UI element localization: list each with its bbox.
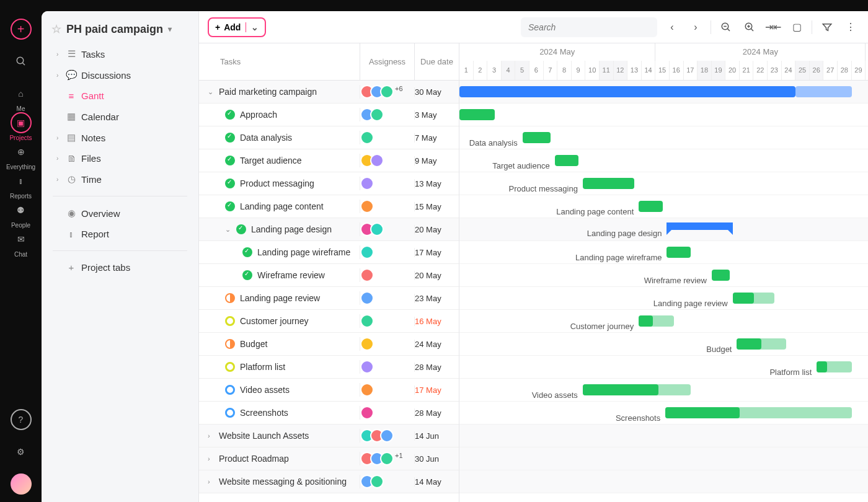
day-cell[interactable]: 18 bbox=[698, 61, 712, 80]
gantt-bar[interactable] bbox=[459, 109, 495, 120]
gantt-bar[interactable]: Data analysis bbox=[523, 132, 551, 143]
day-cell[interactable]: 16 bbox=[670, 61, 684, 80]
status-icon[interactable] bbox=[225, 133, 235, 143]
sidebar-project-tabs[interactable]: +Project tabs bbox=[42, 257, 198, 278]
rail-search[interactable] bbox=[11, 51, 32, 72]
day-cell[interactable]: 23 bbox=[768, 61, 782, 80]
sidebar-discussions[interactable]: ›💬Discussions bbox=[42, 64, 198, 86]
chevron-down-icon[interactable]: ▾ bbox=[168, 25, 172, 33]
user-avatar[interactable] bbox=[11, 473, 32, 495]
status-icon[interactable] bbox=[225, 316, 235, 326]
avatar[interactable] bbox=[380, 429, 394, 443]
avatar[interactable] bbox=[370, 475, 384, 488]
avatar[interactable] bbox=[360, 406, 374, 420]
sidebar-time[interactable]: ›◷Time bbox=[42, 169, 198, 190]
task-row[interactable]: ›Website Launch Assets 14 Jun bbox=[199, 425, 459, 447]
task-row[interactable]: Target audience 9 May bbox=[199, 149, 459, 172]
gantt-bar-progress[interactable] bbox=[583, 384, 658, 395]
sidebar-report[interactable]: ⫾Report bbox=[42, 224, 198, 244]
status-icon[interactable] bbox=[225, 408, 235, 418]
avatar[interactable] bbox=[360, 268, 374, 282]
sidebar-files[interactable]: ›🗎Files bbox=[42, 148, 198, 169]
task-row[interactable]: ⌄Paid marketing campaign +6 30 May bbox=[199, 81, 459, 103]
task-row[interactable]: Wireframe review 20 May bbox=[199, 264, 459, 287]
day-cell[interactable]: 19 bbox=[712, 61, 726, 80]
status-icon[interactable] bbox=[225, 201, 235, 211]
more-button[interactable]: ⋮ bbox=[842, 19, 859, 36]
gantt-bar[interactable]: Product messaging bbox=[583, 178, 635, 189]
zoom-in-button[interactable] bbox=[741, 19, 758, 36]
expand-icon[interactable]: › bbox=[208, 478, 214, 485]
rail-settings[interactable]: ⚙ bbox=[11, 441, 32, 462]
day-cell[interactable]: 4 bbox=[502, 61, 516, 80]
gantt-bar-progress[interactable] bbox=[737, 338, 761, 350]
gantt-bar[interactable]: Target audience bbox=[555, 155, 578, 166]
filter-button[interactable] bbox=[818, 19, 836, 36]
avatar[interactable] bbox=[360, 200, 374, 213]
day-cell[interactable]: 6 bbox=[529, 61, 544, 80]
rail-projects[interactable]: ▣Projects bbox=[6, 112, 35, 141]
sidebar-calendar[interactable]: ▦Calendar bbox=[42, 106, 198, 127]
task-row[interactable]: ⌄Landing page design 20 May bbox=[199, 218, 459, 241]
status-icon[interactable] bbox=[242, 270, 252, 280]
task-row[interactable]: ›Website messaging & positioning 14 May bbox=[199, 470, 459, 493]
status-icon[interactable] bbox=[242, 247, 252, 257]
task-row[interactable]: Budget 24 May bbox=[199, 333, 459, 356]
status-icon[interactable] bbox=[225, 362, 235, 372]
gantt-timeline[interactable]: 2024 May2024 May 12345678910111213141516… bbox=[459, 43, 868, 502]
zoom-out-button[interactable] bbox=[717, 19, 735, 36]
day-cell[interactable]: 26 bbox=[810, 61, 824, 80]
rail-everything[interactable]: ⊕Everything bbox=[6, 141, 35, 170]
day-cell[interactable]: 12 bbox=[614, 61, 628, 80]
collapse-button[interactable]: ⇥⇤ bbox=[764, 19, 782, 36]
chevron-down-icon[interactable]: ⌄ bbox=[246, 22, 259, 32]
task-row[interactable]: ›Product Roadmap +1 30 Jun bbox=[199, 447, 459, 470]
avatar-more[interactable]: +1 bbox=[395, 452, 403, 465]
status-icon[interactable] bbox=[225, 156, 235, 165]
day-cell[interactable]: 2 bbox=[474, 61, 488, 80]
avatar[interactable] bbox=[360, 131, 374, 144]
task-row[interactable]: Landing page content 15 May bbox=[199, 195, 459, 218]
avatar[interactable] bbox=[360, 337, 374, 351]
day-cell[interactable]: 27 bbox=[823, 61, 838, 80]
rail-add[interactable]: + bbox=[11, 19, 32, 40]
avatar[interactable] bbox=[360, 291, 374, 305]
avatar[interactable] bbox=[360, 360, 374, 374]
avatar[interactable] bbox=[360, 245, 374, 259]
day-cell[interactable]: 24 bbox=[782, 61, 796, 80]
today-button[interactable]: ▢ bbox=[788, 19, 805, 36]
day-cell[interactable]: 20 bbox=[725, 61, 740, 80]
status-icon[interactable] bbox=[236, 224, 246, 234]
gantt-bar-progress[interactable] bbox=[665, 407, 740, 418]
day-cell[interactable]: 15 bbox=[655, 61, 670, 80]
task-row[interactable]: Customer journey 16 May bbox=[199, 310, 459, 333]
avatar[interactable] bbox=[360, 314, 374, 328]
avatar-more[interactable]: +6 bbox=[395, 85, 403, 99]
next-button[interactable]: › bbox=[687, 19, 704, 36]
rail-me[interactable]: ⌂Me bbox=[6, 83, 35, 112]
gantt-bar-ext[interactable] bbox=[795, 86, 851, 97]
star-icon[interactable]: ☆ bbox=[51, 22, 61, 36]
avatar[interactable] bbox=[360, 383, 374, 397]
task-row[interactable]: Platform list 28 May bbox=[199, 356, 459, 379]
day-cell[interactable]: 9 bbox=[572, 61, 586, 80]
day-cell[interactable]: 29 bbox=[852, 61, 866, 80]
sidebar-gantt[interactable]: ≡Gantt bbox=[42, 86, 198, 106]
rail-chat[interactable]: ✉Chat bbox=[6, 229, 35, 258]
gantt-bar[interactable]: Wireframe review bbox=[712, 270, 730, 281]
sidebar-notes[interactable]: ›▤Notes bbox=[42, 127, 198, 148]
rail-reports[interactable]: ⫾Reports bbox=[6, 170, 35, 200]
task-row[interactable]: Landing page review 23 May bbox=[199, 287, 459, 310]
day-cell[interactable]: 25 bbox=[795, 61, 810, 80]
expand-icon[interactable]: › bbox=[208, 455, 214, 462]
task-row[interactable]: Screenshots 28 May bbox=[199, 402, 459, 425]
day-cell[interactable]: 8 bbox=[557, 61, 572, 80]
avatar[interactable] bbox=[370, 222, 384, 236]
task-row[interactable]: Product messaging 13 May bbox=[199, 172, 459, 195]
gantt-bar[interactable]: Landing page content bbox=[639, 201, 662, 212]
day-cell[interactable]: 17 bbox=[684, 61, 698, 80]
avatar[interactable] bbox=[380, 452, 394, 465]
avatar[interactable] bbox=[380, 85, 394, 99]
gantt-bracket[interactable]: Landing page design bbox=[666, 222, 732, 230]
day-cell[interactable]: 13 bbox=[627, 61, 642, 80]
